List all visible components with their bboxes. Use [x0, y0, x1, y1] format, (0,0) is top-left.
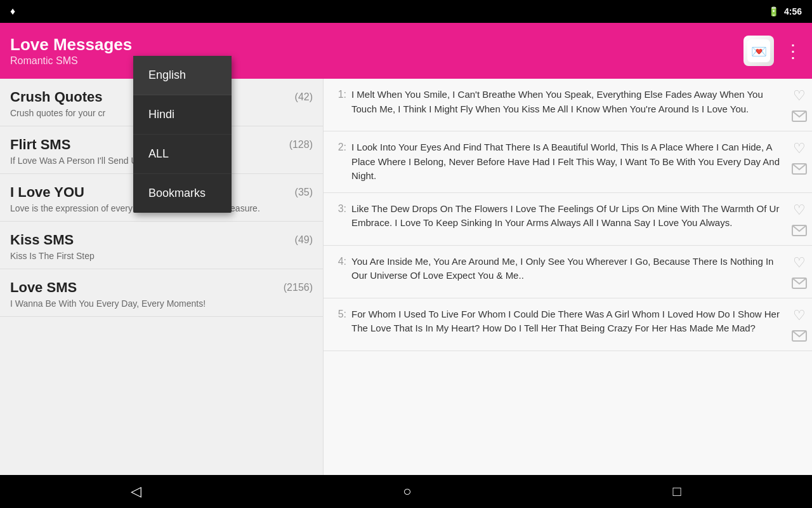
message-number: 4:	[329, 255, 351, 267]
app-logo-icon[interactable]: 💌	[743, 36, 774, 66]
message-item: 2: I Look Into Your Eyes And Find That T…	[324, 131, 812, 193]
mail-icon[interactable]	[792, 110, 807, 122]
message-item: 3: Like The Dew Drops On The Flowers I L…	[324, 193, 812, 246]
message-number: 2:	[329, 140, 351, 153]
nav-bar: ◁ ○ □	[0, 475, 812, 508]
dropdown-item-all[interactable]: ALL	[133, 135, 232, 174]
category-count: (2156)	[284, 282, 313, 293]
message-text: You Are Inside Me, You Are Around Me, I …	[351, 255, 787, 283]
category-desc: Kiss Is The First Step	[10, 251, 313, 261]
message-text: Like The Dew Drops On The Flowers I Love…	[351, 202, 787, 231]
category-count: (128)	[289, 139, 313, 150]
app-bar-actions: 💌 ⋮	[743, 36, 802, 66]
heart-icon[interactable]: ♡	[793, 202, 806, 218]
category-name: Crush Quotes	[10, 89, 102, 105]
message-number: 1:	[329, 88, 351, 100]
category-item-love-sms[interactable]: Love SMS (2156) I Wanna Be With You Ever…	[0, 269, 323, 317]
status-bar-right: 🔋 4:56	[768, 6, 802, 17]
message-number: 3:	[329, 202, 351, 215]
message-actions: ♡	[787, 255, 807, 289]
category-count: (35)	[295, 187, 313, 198]
mail-icon[interactable]	[792, 163, 807, 175]
category-name: I Love YOU	[10, 184, 84, 201]
mail-icon[interactable]	[792, 330, 807, 342]
message-text: I Look Into Your Eyes And Find That Ther…	[351, 140, 787, 184]
status-bar-left: ♦	[10, 6, 15, 17]
more-options-icon[interactable]: ⋮	[784, 41, 802, 62]
category-header: Love SMS (2156)	[10, 279, 313, 296]
battery-icon: 🔋	[768, 6, 779, 17]
message-item: 1: I Melt When You Smile, I Can't Breath…	[324, 79, 812, 131]
main-content: Crush Quotes (42) Crush quotes for your …	[0, 79, 812, 475]
app-title: Love Messages	[10, 35, 743, 55]
dropdown-item-english[interactable]: English	[133, 56, 232, 95]
category-name: Kiss SMS	[10, 232, 74, 248]
back-button[interactable]: ◁	[131, 483, 141, 500]
category-header: Kiss SMS (49)	[10, 232, 313, 248]
message-item: 5: For Whom I Used To Live For Whom I Co…	[324, 298, 812, 351]
recent-button[interactable]: □	[673, 483, 681, 500]
heart-icon[interactable]: ♡	[793, 255, 806, 271]
message-item: 4: You Are Inside Me, You Are Around Me,…	[324, 246, 812, 298]
category-item-kiss-sms[interactable]: Kiss SMS (49) Kiss Is The First Step	[0, 222, 323, 269]
app-subtitle: Romantic SMS	[10, 55, 743, 67]
message-number: 5:	[329, 307, 351, 320]
dropdown-item-bookmarks[interactable]: Bookmarks	[133, 174, 232, 213]
category-name: Flirt SMS	[10, 137, 70, 153]
message-actions: ♡	[787, 88, 807, 122]
mail-icon[interactable]	[792, 277, 807, 289]
right-panel: 1: I Melt When You Smile, I Can't Breath…	[324, 79, 812, 475]
message-text: I Melt When You Smile, I Can't Breathe W…	[351, 88, 787, 116]
heart-icon[interactable]: ♡	[793, 307, 806, 324]
category-name: Love SMS	[10, 279, 77, 296]
heart-icon[interactable]: ♡	[793, 140, 806, 157]
category-count: (49)	[295, 234, 313, 246]
mail-icon[interactable]	[792, 225, 807, 236]
message-actions: ♡	[787, 140, 807, 175]
status-bar: ♦ 🔋 4:56	[0, 0, 812, 23]
time-display: 4:56	[784, 6, 802, 17]
svg-text:💌: 💌	[751, 44, 767, 59]
home-button[interactable]: ○	[403, 483, 411, 500]
category-desc: I Wanna Be With You Every Day, Every Mom…	[10, 298, 313, 309]
app-bar-title-area: Love Messages Romantic SMS	[10, 35, 743, 66]
message-text: For Whom I Used To Live For Whom I Could…	[351, 307, 787, 336]
language-dropdown-menu: English Hindi ALL Bookmarks	[133, 56, 232, 213]
heart-icon[interactable]: ♡	[793, 88, 806, 104]
notification-icon: ♦	[10, 6, 15, 17]
message-actions: ♡	[787, 307, 807, 342]
app-bar: Love Messages Romantic SMS 💌 ⋮	[0, 23, 812, 79]
dropdown-item-hindi[interactable]: Hindi	[133, 95, 232, 135]
message-actions: ♡	[787, 202, 807, 236]
category-count: (42)	[295, 91, 313, 103]
